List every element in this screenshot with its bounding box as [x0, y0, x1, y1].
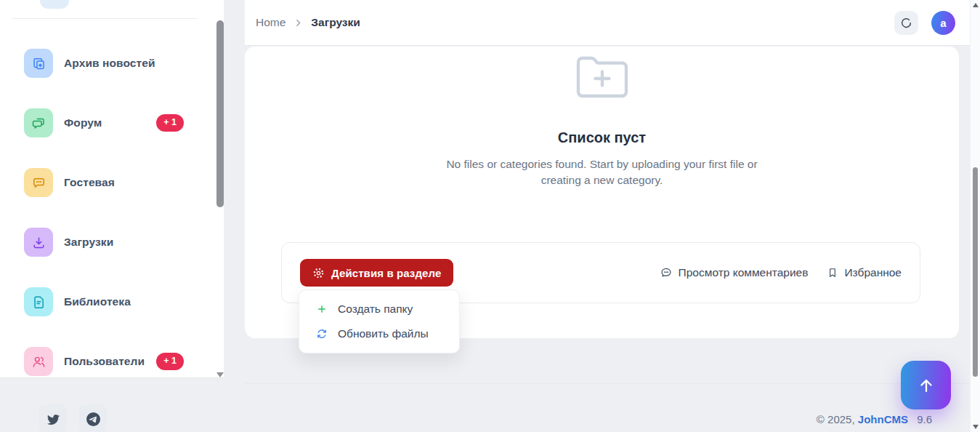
- sidebar-item-forum[interactable]: Форум + 1: [24, 108, 184, 137]
- favorites-link[interactable]: Избранное: [827, 266, 902, 279]
- johncms-link[interactable]: JohnCMS: [858, 413, 908, 425]
- view-comments-link[interactable]: Просмотр комментариев: [660, 266, 809, 279]
- menu-item-label: Создать папку: [338, 303, 413, 316]
- telegram-button[interactable]: [78, 404, 108, 432]
- sidebar-item-guestbook[interactable]: Гостевая: [24, 168, 184, 197]
- user-avatar[interactable]: a: [931, 11, 955, 35]
- forum-unread-badge: + 1: [156, 114, 184, 132]
- footer-divider: [245, 383, 971, 384]
- page-scrollbar[interactable]: [970, 0, 980, 432]
- chevron-right-icon: [293, 18, 303, 28]
- favorites-label: Избранное: [844, 266, 902, 279]
- avatar-letter: a: [940, 17, 946, 29]
- sidebar-item-downloads[interactable]: Загрузки: [24, 228, 184, 257]
- social-links: [39, 404, 108, 432]
- sidebar-item-users[interactable]: Пользователи + 1: [24, 347, 184, 376]
- menu-item-refresh-files[interactable]: Обновить файлы: [299, 321, 459, 346]
- sidebar-item-label: Загрузки: [64, 236, 113, 249]
- guestbook-icon: [24, 168, 53, 197]
- sidebar-item-label: Форум: [64, 116, 102, 129]
- sidebar: Архив новостей Форум + 1 Госте: [0, 0, 224, 378]
- users-new-badge: + 1: [156, 353, 184, 370]
- gear-icon: [312, 267, 325, 279]
- refresh-icon: [316, 328, 328, 340]
- plus-icon: [316, 303, 328, 315]
- comment-icon: [660, 266, 673, 279]
- empty-state-title: Список пуст: [245, 129, 959, 146]
- menu-item-label: Обновить файлы: [338, 327, 429, 340]
- sidebar-item-label: Библиотека: [64, 295, 131, 308]
- menu-item-create-folder[interactable]: Создать папку: [299, 297, 459, 321]
- admin-page: Архив новостей Форум + 1 Госте: [0, 0, 980, 432]
- sidebar-item-library[interactable]: Библиотека: [24, 287, 184, 316]
- refresh-button[interactable]: [894, 11, 918, 35]
- section-actions-button[interactable]: Действия в разделе: [300, 259, 453, 287]
- twitter-icon: [47, 413, 60, 425]
- sidebar-scroll-down-arrow[interactable]: [216, 372, 224, 377]
- sidebar-scrollbar-thumb[interactable]: [216, 20, 224, 207]
- downloads-icon: [24, 228, 53, 257]
- sidebar-item-news-archive[interactable]: Архив новостей: [24, 49, 184, 78]
- version-text: 9.6: [917, 413, 932, 425]
- breadcrumb-home-link[interactable]: Home: [256, 16, 286, 29]
- scrollbar-down-arrow[interactable]: [973, 425, 979, 429]
- forum-icon: [24, 108, 53, 137]
- breadcrumb: Home Загрузки: [256, 16, 360, 29]
- library-icon: [24, 287, 53, 316]
- scroll-to-top-button[interactable]: [901, 361, 951, 409]
- sidebar-item-partial-icon: [40, 0, 69, 9]
- arrow-up-icon: [916, 375, 936, 396]
- page-scrollbar-thumb[interactable]: [973, 167, 978, 377]
- scrollbar-up-arrow[interactable]: [973, 3, 979, 7]
- copyright-text: © 2025,: [817, 413, 855, 425]
- users-icon: [24, 347, 53, 376]
- header-actions: a: [894, 11, 955, 35]
- footer: © 2025, JohnCMS 9.6: [245, 413, 932, 425]
- actions-dropdown-menu: Создать папку Обновить файлы: [299, 289, 460, 353]
- telegram-icon: [86, 412, 100, 426]
- action-bar-links: Просмотр комментариев Избранное: [660, 266, 902, 279]
- refresh-circle-icon: [899, 16, 913, 30]
- sidebar-item-label: Гостевая: [64, 176, 115, 189]
- section-actions-label: Действия в разделе: [331, 267, 441, 279]
- sidebar-divider: [12, 18, 198, 19]
- empty-state-description: No files or categories found. Start by u…: [428, 156, 777, 188]
- breadcrumb-current: Загрузки: [311, 16, 360, 29]
- bookmark-icon: [827, 267, 838, 279]
- sidebar-item-label: Архив новостей: [64, 57, 155, 70]
- folder-plus-icon: [574, 55, 631, 100]
- view-comments-label: Просмотр комментариев: [679, 266, 809, 279]
- top-bar: Home Загрузки a: [245, 0, 971, 46]
- news-archive-icon: [24, 49, 53, 78]
- sidebar-item-label: Пользователи: [64, 355, 145, 368]
- twitter-button[interactable]: [39, 404, 68, 432]
- content-panel: Список пуст No files or categories found…: [245, 47, 959, 338]
